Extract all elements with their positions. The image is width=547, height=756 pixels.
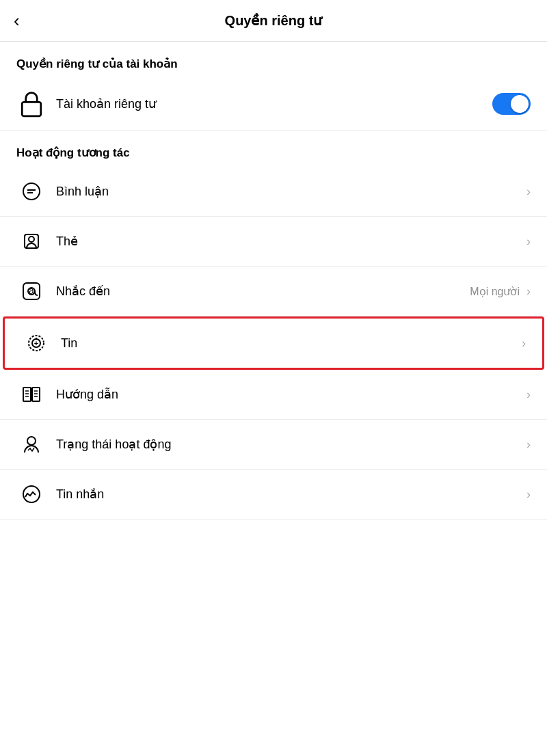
chevron-icon-binh-luan: › (526, 185, 531, 199)
list-item-label-nhac-den: Nhắc đến (56, 284, 470, 299)
list-item-tin-nhan[interactable]: Tin nhắn › (0, 470, 547, 519)
private-account-row[interactable]: Tài khoản riêng tư (0, 78, 547, 131)
svg-rect-12 (32, 388, 40, 401)
svg-point-1 (23, 183, 40, 200)
chevron-icon-trang-thai-hoat-dong: › (526, 437, 531, 452)
list-item-trang-thai-hoat-dong[interactable]: Trạng thái hoạt động › (0, 420, 547, 470)
list-item-label-trang-thai-hoat-dong: Trạng thái hoạt động (56, 437, 524, 452)
page-header: ‹ Quyền riêng tư (0, 0, 547, 42)
list-item-value-nhac-den: Mọi người (470, 285, 520, 298)
interaction-list: Bình luận › Thẻ › a Nhắc đến Mọi người › (0, 167, 547, 519)
story-icon: + (21, 328, 51, 358)
chevron-icon-tin: › (522, 336, 526, 351)
chevron-icon-huong-dan: › (526, 388, 531, 402)
mention-icon: a (16, 276, 46, 306)
svg-point-3 (29, 237, 34, 242)
private-account-toggle[interactable] (492, 93, 531, 115)
comment-icon (16, 176, 46, 206)
list-item-nhac-den[interactable]: a Nhắc đến Mọi người › (0, 267, 547, 316)
lock-icon (16, 89, 46, 119)
page-title: Quyền riêng tư (225, 12, 323, 29)
chevron-icon-nhac-den: › (526, 284, 531, 299)
messenger-icon (16, 479, 46, 509)
svg-text:+: + (34, 339, 38, 347)
activity-icon (16, 429, 46, 459)
svg-rect-11 (23, 388, 31, 401)
list-item-label-huong-dan: Hướng dẫn (56, 387, 524, 402)
list-item-huong-dan[interactable]: Hướng dẫn › (0, 370, 547, 420)
list-item-binh-luan[interactable]: Bình luận › (0, 167, 547, 217)
list-item-the[interactable]: Thẻ › (0, 217, 547, 267)
chevron-icon-tin-nhan: › (526, 487, 531, 502)
list-item-label-the: Thẻ (56, 234, 524, 249)
back-button[interactable]: ‹ (14, 12, 20, 29)
list-item-label-tin: Tin (61, 336, 519, 351)
list-item-tin[interactable]: + Tin › (3, 316, 544, 370)
list-item-label-binh-luan: Bình luận (56, 184, 524, 199)
tag-icon (16, 226, 46, 256)
private-account-label: Tài khoản riêng tư (56, 96, 492, 111)
svg-point-19 (27, 437, 36, 445)
svg-rect-0 (22, 102, 41, 116)
interaction-section-title: Hoạt động tương tác (0, 131, 547, 167)
chevron-icon-the: › (526, 234, 531, 249)
account-section-title: Quyền riêng tư của tài khoản (0, 42, 547, 78)
guide-icon (16, 379, 46, 409)
list-item-label-tin-nhan: Tin nhắn (56, 487, 524, 502)
svg-text:a: a (29, 285, 34, 296)
